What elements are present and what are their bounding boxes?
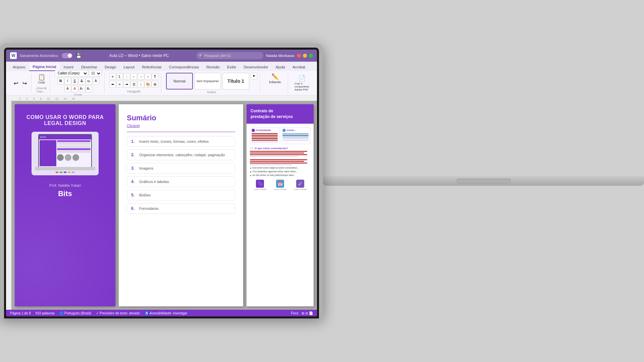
contract-icon-item-1: 📎 Lorem IPSUM [254,180,266,190]
styles-list: Normal Sem Espaçamer Título 1 ▼ [166,73,257,89]
search-box[interactable]: 🔍 Pesquisar (Alt+G) [196,52,263,59]
document-workspace: COMO USAR O WORD PARA LEGAL DESIGN [6,101,317,310]
adobe-icon: 📄 [298,75,306,81]
bold-button[interactable]: N [57,78,64,84]
toc-item-4: 4. Gráficos e tabelas [127,176,235,187]
accessibility: ♿ Acessibilidade: investigar [145,311,187,315]
focus-label[interactable]: Foco [291,311,298,315]
style-titulo1[interactable]: Título 1 [222,73,249,89]
editing-button[interactable]: ✏️ Editando [265,73,285,84]
contract-party-1: Contratante [250,127,279,144]
contract-bullet-1: ● Est lorem lorem adipil ad amet consect… [250,167,310,170]
editing-label: Editando [269,80,281,84]
indent-decrease-button[interactable]: ← [130,73,137,80]
tab-desenvolvedor[interactable]: Desenvolvedor [240,63,271,71]
editing-group: ✏️ Editando [262,73,288,93]
contract-lorem-lines [250,151,310,165]
redo-button[interactable]: ↪ [21,79,29,87]
save-icon[interactable]: 💾 [76,53,82,58]
party1-header: Contratante [252,129,278,132]
ill-body [39,139,91,167]
bullet-text-1: Est lorem lorem adipil ad amet consectet… [253,167,299,169]
indent-increase-button[interactable]: → [138,73,144,80]
borders-button[interactable]: ⊞ [152,81,158,87]
undo-button[interactable]: ↩ [12,79,20,87]
effects-button[interactable]: A [93,78,99,84]
bullets-button[interactable]: ≡ [109,73,116,80]
highlight-button[interactable]: A [64,85,71,92]
tab-referencias[interactable]: Referências [139,63,165,71]
minimize-button[interactable] [303,54,307,58]
contract-doc-icon-3: 🖊 [296,180,304,188]
numbering-button[interactable]: 1. [116,73,123,80]
search-icon: 🔍 [199,54,203,58]
tab-exibir[interactable]: Exibir [224,63,240,71]
language-icon: 🌐 [59,311,63,315]
underline-button[interactable]: S [71,78,78,84]
user-name: Natalia Morikawa [266,54,294,58]
text-predictions: ✓ Previsões de texto: ativado [96,311,140,315]
status-bar: Página 1 de 8 910 palavras 🌐 Português (… [6,310,317,316]
styles-expand-button[interactable]: ▼ [251,73,257,79]
style-normal[interactable]: Normal [166,73,193,89]
toc-num-4: 4. [131,179,137,184]
font-size-select[interactable]: 11 [89,70,102,77]
adobe-group: 📄 Criar e compartilharAdobe PDF [290,73,314,93]
cover-title: COMO USAR O WORD PARA LEGAL DESIGN [26,114,104,126]
italic-button[interactable]: I [64,78,71,84]
subscript-button[interactable]: x₂ [86,78,92,84]
titlebar-center: Salvamento Automático 💾 Aula LD – Word •… [19,53,194,58]
contract-icon-label-2: Lorem IPSUM [274,188,286,190]
strikethrough-button[interactable]: S [78,78,85,84]
trackpad[interactable] [457,179,511,183]
justify-button[interactable]: ☰ [130,81,137,87]
paste-button[interactable]: 📋 Colar [36,73,47,85]
toc-num-1: 1. [131,139,137,144]
autosave-toggle[interactable] [62,53,72,58]
clipboard-label: Área de Tran... [36,86,47,93]
bullet-green-icon-2: ● [250,174,252,177]
paste-label: Colar [38,81,45,84]
tab-design[interactable]: Design [101,63,119,71]
document-title: Aula LD – Word • Salvo neste PC [109,53,169,58]
toc-item-5: 5. Botões [127,190,235,200]
close-button[interactable] [297,54,301,58]
font-size-down-button[interactable]: A↓ [86,85,92,92]
tab-arquivo[interactable]: Arquivo [9,63,29,71]
align-left-button[interactable]: ⬅ [109,81,116,87]
tab-acrobat[interactable]: Acrobat [289,63,309,71]
font-color-button[interactable]: A [71,85,78,92]
toc-item-1: 1. Inserir texto, ícones, formas, cores,… [127,136,235,147]
tab-ajuda[interactable]: Ajuda [272,63,288,71]
show-hide-button[interactable]: ¶ [152,73,158,80]
adobe-button[interactable]: 📄 Criar e compartilharAdobe PDF [293,74,311,92]
line-spacing-button[interactable]: ↕ [138,81,144,87]
sort-button[interactable]: ↕ [145,73,151,80]
tab-correspondencias[interactable]: Correspondências [166,63,202,71]
align-right-button[interactable]: ➡ [123,81,130,87]
bullet-text-2: Orci phasellus ageneas tellus natus tell… [253,170,298,173]
party2-lines [282,133,309,141]
page-cover: COMO USAR O WORD PARA LEGAL DESIGN [15,104,115,306]
view-options[interactable]: ⊞ ⊟ 📄 [302,311,313,315]
ruler: 246810121416 [6,96,317,101]
bullet-text-3: As Ibis dictec et odio pellentesque diam… [253,174,296,176]
toc-clickable-label[interactable]: Clicável [127,124,235,128]
style-sem-espacamento[interactable]: Sem Espaçamer [194,73,221,89]
toc-num-2: 2. [131,153,137,157]
cover-brand: Bits [58,189,72,198]
undo-group: ↩ ↪ [9,73,32,93]
accessibility-icon: ♿ [145,311,149,315]
align-center-button[interactable]: ≡ [116,81,123,87]
tab-layout[interactable]: Layout [120,63,138,71]
tab-revisao[interactable]: Revisão [203,63,223,71]
multilevel-button[interactable]: ⋮ [123,73,130,80]
maximize-button[interactable] [309,54,313,58]
accessibility-label: Acessibilidade: investigar [150,311,187,315]
shading-button[interactable]: 🎨 [145,81,151,87]
doc-scroll-area[interactable]: COMO USAR O WORD PARA LEGAL DESIGN [11,101,317,310]
font-select[interactable]: Calibri (Corpo) [55,70,88,77]
contract-parties: Contratante [250,127,310,144]
font-size-up-button[interactable]: A↑ [78,85,85,92]
ruler-marks: 246810121416 [19,96,317,101]
